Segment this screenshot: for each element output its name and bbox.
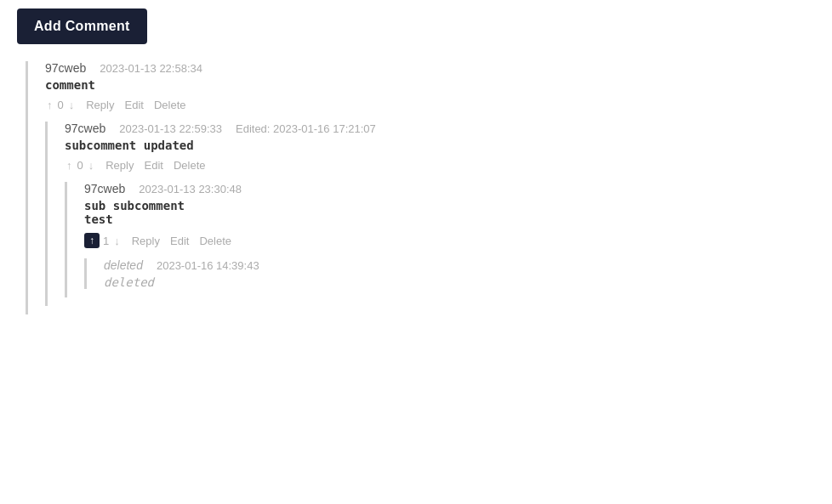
comment-border (84, 258, 87, 289)
comment-actions: ↑ 0 ↓ Reply Edit Delete (65, 159, 806, 172)
comment-meta: 97cweb 2023-01-13 22:58:34 (45, 61, 806, 75)
comment-body: comment (45, 78, 806, 92)
delete-button[interactable]: Delete (154, 99, 186, 111)
comment-author: 97cweb (45, 61, 86, 75)
nested-comments: 97cweb 2023-01-13 22:59:33 Edited: 2023-… (45, 122, 806, 306)
comment-body-line: sub subcomment (84, 199, 806, 212)
vote-count: 0 (77, 159, 83, 172)
comment-date: 2023-01-13 23:30:48 (139, 183, 242, 195)
comment-border (45, 122, 48, 306)
comment-row: 97cweb 2023-01-13 22:58:34 comment ↑ 0 ↓… (26, 61, 806, 314)
upvote-button[interactable]: ↑ (45, 99, 54, 111)
reply-button[interactable]: Reply (132, 235, 160, 247)
comment-date: 2023-01-13 22:59:33 (119, 122, 222, 135)
comment-actions: ↑ 1 ↓ Reply Edit Delete (84, 233, 806, 248)
comment-body: sub subcomment test (84, 199, 806, 226)
comment-actions: ↑ 0 ↓ Reply Edit Delete (45, 99, 806, 111)
upvote-button[interactable]: ↑ (65, 159, 74, 172)
vote-count: 1 (103, 235, 109, 247)
comment-border (65, 182, 67, 297)
comment-content: 97cweb 2023-01-13 23:30:48 sub subcommen… (84, 182, 806, 297)
edit-button[interactable]: Edit (144, 159, 162, 172)
comment-body: subcomment updated (65, 139, 806, 152)
comment-body-line: test (84, 212, 806, 226)
comment-meta: 97cweb 2023-01-13 22:59:33 Edited: 2023-… (65, 122, 806, 135)
delete-button[interactable]: Delete (174, 159, 206, 172)
edit-button[interactable]: Edit (170, 235, 189, 247)
comment-border (26, 61, 28, 314)
downvote-button[interactable]: ↓ (112, 235, 122, 247)
comment-body: deleted (104, 275, 806, 289)
edit-button[interactable]: Edit (124, 99, 143, 111)
vote-area: ↑ 1 ↓ (84, 233, 122, 248)
nested-comments: deleted 2023-01-16 14:39:43 deleted (84, 258, 806, 289)
comment-date: 2023-01-16 14:39:43 (157, 259, 259, 272)
comment-row: deleted 2023-01-16 14:39:43 deleted (84, 258, 806, 289)
comment-content: 97cweb 2023-01-13 22:59:33 Edited: 2023-… (65, 122, 806, 306)
header: Add Comment (0, 0, 832, 53)
comment-date: 2023-01-13 22:58:34 (100, 62, 202, 75)
add-comment-button[interactable]: Add Comment (34, 19, 130, 34)
comment-edited: Edited: 2023-01-16 17:21:07 (236, 122, 376, 135)
delete-button[interactable]: Delete (199, 235, 231, 247)
comment-meta: 97cweb 2023-01-13 23:30:48 (84, 182, 806, 195)
comment-row: 97cweb 2023-01-13 22:59:33 Edited: 2023-… (45, 122, 806, 306)
comment-author: 97cweb (65, 122, 105, 135)
vote-count: 0 (58, 99, 64, 111)
downvote-button[interactable]: ↓ (67, 99, 77, 111)
downvote-button[interactable]: ↓ (87, 159, 96, 172)
vote-area: ↑ 0 ↓ (65, 159, 95, 172)
vote-area: ↑ 0 ↓ (45, 99, 76, 111)
comment-author: deleted (104, 258, 143, 272)
upvote-button[interactable]: ↑ (84, 233, 100, 248)
comments-container: 97cweb 2023-01-13 22:58:34 comment ↑ 0 ↓… (0, 53, 832, 331)
comment-row: 97cweb 2023-01-13 23:30:48 sub subcommen… (65, 182, 806, 297)
comment-content: 97cweb 2023-01-13 22:58:34 comment ↑ 0 ↓… (45, 61, 806, 314)
reply-button[interactable]: Reply (86, 99, 114, 111)
comment-author: 97cweb (84, 182, 125, 195)
comment-meta: deleted 2023-01-16 14:39:43 (104, 258, 806, 272)
nested-comments: 97cweb 2023-01-13 23:30:48 sub subcommen… (65, 182, 806, 297)
comment-content: deleted 2023-01-16 14:39:43 deleted (104, 258, 806, 289)
reply-button[interactable]: Reply (105, 159, 134, 172)
